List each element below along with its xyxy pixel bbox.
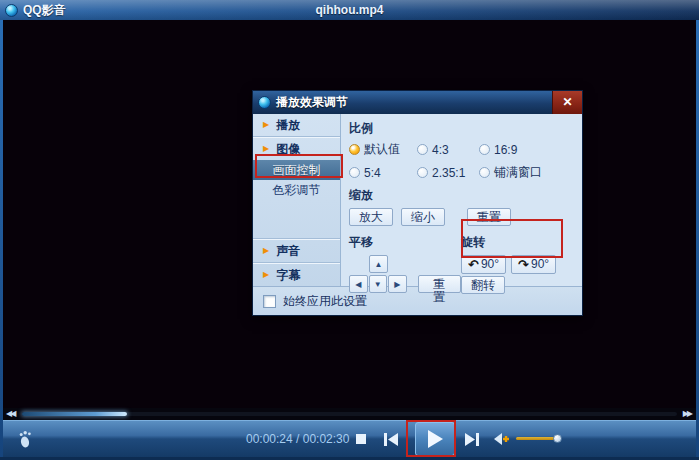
radio-2-35-1[interactable]: 2.35:1 xyxy=(417,164,479,181)
playback-effect-dialog: 播放效果调节 ✕ ▶ 播放 ▶ 图像 画面控制 色彩调节 ▶ xyxy=(252,90,583,316)
triangle-bullet-icon: ▶ xyxy=(263,145,269,153)
rotate-ccw-label: 90° xyxy=(481,258,499,271)
next-icon xyxy=(465,433,480,446)
sidebar-item-label: 字幕 xyxy=(276,267,300,284)
volume-knob[interactable] xyxy=(553,434,562,443)
player-window: QQ影音 qihhou.mp4 播放效果调节 ✕ ▶ 播放 ▶ 图像 xyxy=(0,0,699,460)
seek-bar[interactable] xyxy=(22,412,677,416)
radio-label: 16:9 xyxy=(494,143,517,157)
rewind-icon[interactable]: ◀◀ xyxy=(6,409,14,418)
radio-selected-icon xyxy=(349,144,360,155)
always-apply-label: 始终应用此设置 xyxy=(283,293,367,310)
rotate-ccw-90-button[interactable]: ↶ 90° xyxy=(461,255,506,274)
time-display: 00:00:24 / 00:02:30 xyxy=(246,421,349,457)
pan-down-button[interactable]: ▼ xyxy=(369,275,388,293)
previous-icon xyxy=(383,433,398,446)
triangle-bullet-icon: ▶ xyxy=(263,271,269,279)
zoom-section-label: 缩放 xyxy=(349,187,582,204)
sidebar-item-sound[interactable]: ▶ 声音 xyxy=(253,240,340,262)
sidebar-spacer xyxy=(253,200,340,238)
video-file-title: qihhou.mp4 xyxy=(0,3,699,17)
footprint-icon xyxy=(17,429,35,449)
dialog-sidebar: ▶ 播放 ▶ 图像 画面控制 色彩调节 ▶ 声音 ▶ xyxy=(253,114,341,286)
radio-16-9[interactable]: 16:9 xyxy=(479,141,582,158)
seek-bar-progress xyxy=(22,412,127,416)
sidebar-item-play[interactable]: ▶ 播放 xyxy=(253,114,340,136)
zoom-out-button[interactable]: 缩小 xyxy=(401,208,445,226)
pan-right-button[interactable]: ▶ xyxy=(388,275,407,293)
ratio-section-label: 比例 xyxy=(349,120,582,137)
dialog-logo-icon xyxy=(258,96,271,109)
close-icon: ✕ xyxy=(562,95,572,109)
pan-up-button[interactable]: ▲ xyxy=(369,255,388,273)
radio-5-4[interactable]: 5:4 xyxy=(349,164,417,181)
radio-label: 4:3 xyxy=(432,143,449,157)
radio-icon xyxy=(479,144,490,155)
volume-icon xyxy=(492,432,512,446)
rotate-section-label: 旋转 xyxy=(461,234,582,251)
radio-label: 5:4 xyxy=(364,166,381,180)
titlebar: QQ影音 qihhou.mp4 xyxy=(0,0,699,20)
spacer xyxy=(453,208,459,226)
dialog-content: 比例 默认值 4:3 16:9 xyxy=(341,114,582,286)
always-apply-checkbox[interactable] xyxy=(263,295,276,308)
radio-label: 2.35:1 xyxy=(432,166,465,180)
pan-section-label: 平移 xyxy=(349,234,461,251)
triangle-bullet-icon: ▶ xyxy=(263,121,269,129)
arrow-down-icon: ▼ xyxy=(374,280,382,289)
dialog-titlebar[interactable]: 播放效果调节 ✕ xyxy=(253,91,582,114)
control-bar: 00:00:24 / 00:02:30 xyxy=(3,420,696,457)
volume-button[interactable] xyxy=(492,421,512,457)
arrow-up-icon: ▲ xyxy=(375,260,383,269)
arrow-right-icon: ▶ xyxy=(394,280,400,289)
radio-icon xyxy=(417,167,428,178)
rotate-cw-icon: ↷ xyxy=(518,258,529,271)
play-button[interactable] xyxy=(415,422,455,456)
stop-icon xyxy=(355,433,367,445)
zoom-in-button[interactable]: 放大 xyxy=(349,208,393,226)
sidebar-item-label: 播放 xyxy=(276,117,300,134)
rotate-ccw-icon: ↶ xyxy=(468,258,479,271)
dialog-close-button[interactable]: ✕ xyxy=(552,91,582,114)
seek-bar-row: ◀◀ ▶▶ xyxy=(3,408,696,420)
sidebar-item-subtitle[interactable]: ▶ 字幕 xyxy=(253,264,340,286)
rotate-cw-label: 90° xyxy=(531,258,549,271)
radio-icon xyxy=(479,167,490,178)
radio-label: 默认值 xyxy=(364,141,400,158)
volume-slider[interactable] xyxy=(516,437,558,440)
zoom-reset-button[interactable]: 重置 xyxy=(467,208,511,226)
ratio-options: 默认值 4:3 16:9 5:4 xyxy=(349,141,582,181)
previous-button[interactable] xyxy=(383,421,398,457)
rotate-cw-90-button[interactable]: ↷ 90° xyxy=(511,255,556,274)
stop-button[interactable] xyxy=(355,421,367,457)
pan-reset-button[interactable]: 重置 xyxy=(418,275,461,293)
triangle-bullet-icon: ▶ xyxy=(263,247,269,255)
radio-icon xyxy=(417,144,428,155)
radio-default[interactable]: 默认值 xyxy=(349,141,417,158)
radio-icon xyxy=(349,167,360,178)
flip-button[interactable]: 翻转 xyxy=(461,276,505,294)
sidebar-item-label: 声音 xyxy=(276,243,300,260)
play-icon xyxy=(427,430,443,448)
sidebar-item-label: 图像 xyxy=(276,141,300,158)
sidebar-item-screen-control[interactable]: 画面控制 xyxy=(253,160,340,180)
next-button[interactable] xyxy=(465,421,480,457)
pan-left-button[interactable]: ◀ xyxy=(349,275,368,293)
dialog-title: 播放效果调节 xyxy=(276,94,552,111)
sidebar-item-image[interactable]: ▶ 图像 xyxy=(253,138,340,160)
arrow-left-icon: ◀ xyxy=(355,280,361,289)
radio-label: 铺满窗口 xyxy=(494,164,542,181)
fast-forward-icon[interactable]: ▶▶ xyxy=(683,409,691,418)
footprint-app-button[interactable] xyxy=(17,421,35,457)
radio-4-3[interactable]: 4:3 xyxy=(417,141,479,158)
radio-fill-window[interactable]: 铺满窗口 xyxy=(479,164,582,181)
sidebar-item-color-adjust[interactable]: 色彩调节 xyxy=(253,180,340,200)
